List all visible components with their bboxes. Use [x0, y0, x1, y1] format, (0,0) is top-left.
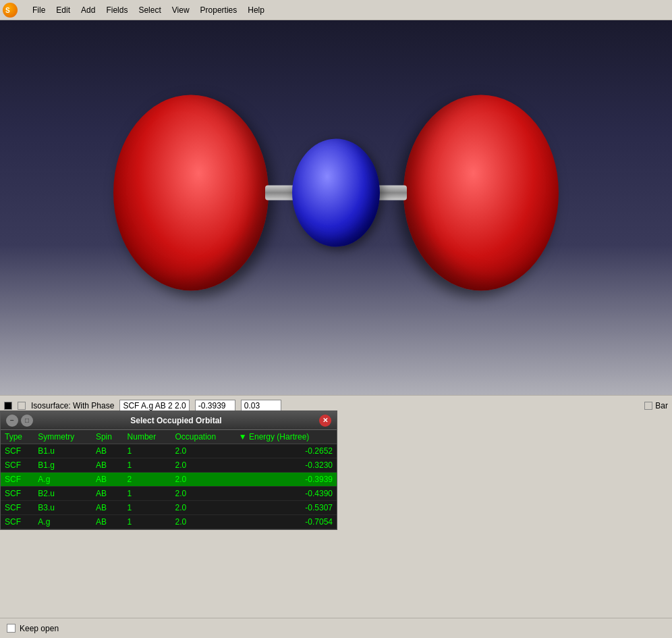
cell-symmetry: B1.u — [34, 444, 92, 458]
cell-spin: AB — [92, 473, 123, 487]
bond-connector-right — [376, 185, 407, 200]
cell-spin: AB — [92, 487, 123, 501]
table-row[interactable]: SCF B3.u AB 1 2.0 -0.5307 — [1, 501, 337, 515]
cell-occupation: 2.0 — [171, 501, 235, 515]
bar-checkbox-container: Bar — [644, 401, 668, 410]
cell-type: SCF — [1, 458, 34, 473]
maximize-button[interactable]: □ — [21, 415, 33, 427]
scm-logo: S — [3, 3, 20, 18]
cell-type: SCF — [1, 473, 34, 487]
col-number[interactable]: Number — [123, 430, 171, 444]
dialog-titlebar: − □ Select Occupied Orbital ✕ — [1, 411, 337, 430]
bond-connector-left — [265, 185, 296, 200]
table-row[interactable]: SCF B2.u AB 1 2.0 -0.4390 — [1, 487, 337, 501]
app-footer: Keep open — [0, 618, 672, 638]
cell-spin: AB — [92, 444, 123, 458]
cell-energy: -0.4390 — [235, 487, 337, 501]
col-occupation[interactable]: Occupation — [171, 430, 235, 444]
cell-spin: AB — [92, 458, 123, 473]
cell-energy: -0.5307 — [235, 501, 337, 515]
svg-text:S: S — [5, 7, 10, 14]
formula-value: SCF A.g AB 2 2.0 — [119, 400, 189, 412]
keep-open-checkbox[interactable] — [7, 624, 16, 633]
select-orbital-dialog: − □ Select Occupied Orbital ✕ Type Symme… — [0, 410, 337, 530]
cell-type: SCF — [1, 487, 34, 501]
status-checkbox-2[interactable] — [18, 402, 26, 410]
table-row[interactable]: SCF B1.g AB 1 2.0 -0.3230 — [1, 458, 337, 473]
viewport-3d[interactable] — [0, 20, 672, 395]
col-spin[interactable]: Spin — [92, 430, 123, 444]
col-type[interactable]: Type — [1, 430, 34, 444]
cell-symmetry: A.g — [34, 515, 92, 529]
menu-view[interactable]: View — [167, 4, 195, 16]
cell-number: 1 — [123, 487, 171, 501]
cell-spin: AB — [92, 501, 123, 515]
menu-edit[interactable]: Edit — [51, 4, 76, 16]
menubar: S File Edit Add Fields Select View Prope… — [0, 0, 672, 20]
scm-logo-icon: S — [3, 3, 18, 18]
cell-occupation: 2.0 — [171, 458, 235, 473]
cell-energy: -0.3939 — [235, 473, 337, 487]
cell-symmetry: B2.u — [34, 487, 92, 501]
dialog-title: Select Occupied Orbital — [33, 416, 319, 425]
status-checkbox-1[interactable] — [4, 402, 12, 410]
cell-number: 1 — [123, 515, 171, 529]
cell-energy: -0.3230 — [235, 458, 337, 473]
cell-number: 1 — [123, 501, 171, 515]
cell-symmetry: B3.u — [34, 501, 92, 515]
cell-energy: -0.2652 — [235, 444, 337, 458]
isosurface-label: Isosurface: With Phase — [31, 401, 114, 410]
bar-label: Bar — [655, 401, 668, 410]
cell-symmetry: A.g — [34, 473, 92, 487]
cell-symmetry: B1.g — [34, 458, 92, 473]
cell-type: SCF — [1, 515, 34, 529]
menu-properties[interactable]: Properties — [195, 4, 243, 16]
cell-number: 1 — [123, 444, 171, 458]
minimize-button[interactable]: − — [6, 415, 18, 427]
menu-select[interactable]: Select — [133, 4, 166, 16]
menu-add[interactable]: Add — [76, 4, 101, 16]
keep-open-label: Keep open — [20, 624, 59, 633]
col-symmetry[interactable]: Symmetry — [34, 430, 92, 444]
cell-type: SCF — [1, 501, 34, 515]
orbital-lobe-left — [113, 95, 269, 290]
orbital-table: Type Symmetry Spin Number Occupation ▼ E… — [1, 430, 337, 529]
menu-fields[interactable]: Fields — [101, 4, 133, 16]
cell-spin: AB — [92, 515, 123, 529]
cell-occupation: 2.0 — [171, 487, 235, 501]
orbital-scene — [100, 41, 572, 344]
orbital-lobe-right — [403, 95, 559, 290]
cell-type: SCF — [1, 444, 34, 458]
cell-number: 1 — [123, 458, 171, 473]
cell-energy: -0.7054 — [235, 515, 337, 529]
table-row[interactable]: SCF A.g AB 2 2.0 -0.3939 — [1, 473, 337, 487]
cell-number: 2 — [123, 473, 171, 487]
close-button[interactable]: ✕ — [319, 415, 331, 427]
cell-occupation: 2.0 — [171, 444, 235, 458]
menu-file[interactable]: File — [27, 4, 51, 16]
table-row[interactable]: SCF B1.u AB 1 2.0 -0.2652 — [1, 444, 337, 458]
cell-occupation: 2.0 — [171, 515, 235, 529]
isovalue: 0.03 — [241, 400, 281, 412]
energy-value: -0.3939 — [195, 400, 235, 412]
bar-checkbox[interactable] — [644, 402, 652, 410]
cell-occupation: 2.0 — [171, 473, 235, 487]
table-row[interactable]: SCF A.g AB 1 2.0 -0.7054 — [1, 515, 337, 529]
dialog-controls: − □ — [6, 415, 33, 427]
orbital-lobe-center — [292, 138, 380, 246]
col-energy[interactable]: ▼ Energy (Hartree) — [235, 430, 337, 444]
menu-help[interactable]: Help — [242, 4, 270, 16]
